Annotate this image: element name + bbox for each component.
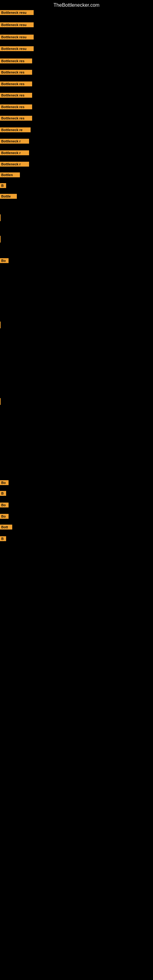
bar-label-9: Bottleneck res [0,116,32,121]
bar-row-0: Bottleneck resu [0,9,33,16]
bar-label-16: Bottle [0,194,17,199]
bar-line-18 [0,236,1,243]
bar-label-10: Bottleneck re [0,127,30,132]
bar-label-25: Bo [0,514,9,519]
bar-label-27: B [0,536,6,541]
bar-row-11: Bottleneck r [0,138,29,145]
bar-label-19: Bo [0,258,9,263]
bar-row-22: Bo [0,479,9,486]
bar-row-24: Bo [0,502,9,508]
bar-label-13: Bottleneck r [0,162,29,167]
bar-row-17 [0,215,1,221]
bar-label-26: Bott [0,525,12,530]
bar-line-21 [0,398,1,405]
bar-label-7: Bottleneck res [0,93,32,98]
bar-row-4: Bottleneck res [0,57,32,64]
bar-row-3: Bottleneck resu [0,45,33,52]
bar-row-21 [0,398,1,405]
bar-label-12: Bottleneck r [0,150,29,155]
bar-row-15: B [0,182,6,189]
bar-row-18 [0,236,1,243]
bar-row-6: Bottleneck res [0,81,32,87]
bar-row-13: Bottleneck r [0,161,29,167]
bar-row-10: Bottleneck re [0,126,30,133]
bar-row-12: Bottleneck r [0,150,29,156]
bar-row-9: Bottleneck res [0,115,32,122]
bar-row-26: Bott [0,524,12,530]
bar-line-17 [0,215,1,221]
bar-label-5: Bottleneck res [0,70,32,75]
bar-row-8: Bottleneck res [0,103,32,110]
bar-label-11: Bottleneck r [0,139,29,144]
bar-label-4: Bottleneck res [0,59,32,64]
bar-label-24: Bo [0,503,9,508]
bar-label-2: Bottleneck resu [0,35,33,40]
bar-row-19: Bo [0,257,9,264]
bar-label-6: Bottleneck res [0,81,32,86]
bar-row-23: B [0,490,6,497]
bar-label-3: Bottleneck resu [0,46,33,51]
site-title: TheBottlenecker.com [0,0,153,10]
bar-label-23: B [0,491,6,496]
bar-label-22: Bo [0,480,9,485]
bar-label-15: B [0,183,6,188]
bar-label-0: Bottleneck resu [0,10,33,15]
bar-label-1: Bottleneck resu [0,22,33,27]
bar-row-27: B [0,535,6,542]
bar-row-16: Bottle [0,193,17,200]
bar-label-8: Bottleneck res [0,105,32,109]
bar-row-5: Bottleneck res [0,69,32,76]
bar-row-1: Bottleneck resu [0,21,33,28]
bar-label-14: Bottlen [0,172,20,177]
bar-row-20 [0,321,1,328]
bar-row-14: Bottlen [0,172,20,178]
bar-row-2: Bottleneck resu [0,34,33,40]
bar-row-25: Bo [0,513,9,520]
bar-row-7: Bottleneck res [0,92,32,99]
bar-line-20 [0,321,1,328]
